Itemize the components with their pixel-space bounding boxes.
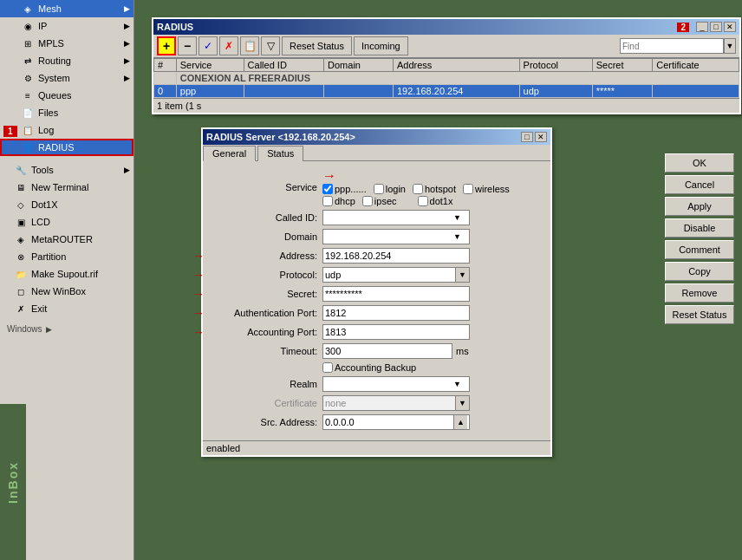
sidebar-item-label: RADIUS — [38, 142, 75, 153]
ppp-checkbox-item[interactable]: ppp...... — [322, 184, 367, 194]
sidebar-item-lcd[interactable]: ▣ LCD — [0, 213, 133, 231]
src-address-up[interactable]: ▲ — [453, 415, 467, 429]
src-address-input[interactable] — [323, 417, 453, 427]
acct-backup-checkbox[interactable] — [322, 362, 333, 373]
ppp-checkbox[interactable] — [322, 184, 333, 194]
dot1x-checkbox[interactable] — [418, 196, 428, 206]
auth-port-input[interactable] — [322, 305, 470, 321]
acct-port-input[interactable] — [322, 324, 470, 340]
sidebar-item-mpls[interactable]: ⊞ MPLS ▶ — [0, 35, 133, 52]
cancel-button-dialog[interactable]: Cancel — [665, 175, 734, 194]
login-checkbox-item[interactable]: login — [374, 184, 406, 194]
protocol-value: udp — [323, 270, 455, 280]
wireless-checkbox[interactable] — [463, 184, 473, 194]
cell-num: 0 — [154, 85, 177, 98]
dhcp-checkbox-item[interactable]: dhcp — [322, 196, 355, 206]
dot1x-icon: ◇ — [14, 198, 28, 212]
disable-button[interactable]: Disable — [665, 218, 734, 238]
tab-general[interactable]: General — [203, 146, 256, 161]
sidebar-item-files[interactable]: 📄 Files — [0, 104, 133, 121]
sidebar-item-tools[interactable]: 🔧 Tools ▶ — [0, 161, 133, 179]
sidebar-item-label: Log — [38, 125, 54, 135]
sidebar-item-metarouter[interactable]: ◈ MetaROUTER — [0, 231, 133, 248]
dot1x-checkbox-item[interactable]: dot1x — [418, 196, 453, 206]
routing-icon: ⇄ — [21, 54, 35, 68]
comment-button[interactable]: Comment — [665, 240, 734, 259]
tab-status[interactable]: Status — [257, 146, 303, 161]
domain-input[interactable] — [323, 231, 453, 242]
login-checkbox[interactable] — [374, 184, 384, 194]
ipsec-checkbox-item[interactable]: ipsec — [362, 196, 397, 206]
timeout-input[interactable] — [322, 343, 452, 359]
minimize-button[interactable]: _ — [696, 22, 708, 32]
copy-button[interactable]: Copy — [665, 262, 734, 281]
check-button[interactable]: ✓ — [199, 36, 218, 55]
sidebar-item-make-supout[interactable]: 📁 Make Supout.rif — [0, 265, 133, 283]
sidebar-item-radius[interactable]: 👤 RADIUS — [0, 139, 133, 156]
hotspot-checkbox-item[interactable]: hotspot — [413, 184, 456, 194]
add-icon: + — [163, 39, 170, 53]
remove-button-dialog[interactable]: Remove — [665, 283, 734, 303]
inner-maximize-button[interactable]: □ — [521, 132, 533, 142]
sidebar-item-exit[interactable]: ✗ Exit — [0, 300, 133, 317]
realm-input[interactable] — [323, 379, 453, 389]
find-input[interactable] — [620, 38, 724, 54]
realm-dropdown[interactable]: ▼ — [453, 380, 461, 388]
col-protocol: Protocol — [519, 59, 592, 72]
secret-input[interactable] — [322, 286, 470, 302]
apply-button[interactable]: Apply — [665, 197, 734, 216]
check-icon: ✓ — [204, 40, 212, 52]
incoming-button[interactable]: Incoming — [354, 36, 408, 55]
called-id-input[interactable] — [323, 212, 453, 223]
ok-button[interactable]: OK — [665, 153, 734, 173]
arrow-icon: ▶ — [124, 22, 130, 30]
dot1x-label: dot1x — [430, 196, 453, 206]
sidebar-item-new-winbox[interactable]: ◻ New WinBox — [0, 283, 133, 300]
queues-icon: ≡ — [21, 88, 35, 102]
radius-toolbar: + − ✓ ✗ 📋 ▽ Reset Status Incoming ▼ — [153, 35, 739, 58]
sidebar-item-log[interactable]: 📋 Log — [0, 121, 133, 139]
called-id-dropdown[interactable]: ▼ — [453, 213, 461, 222]
terminal-icon: 🖥 — [14, 180, 28, 194]
reset-status-button[interactable]: Reset Status — [282, 36, 352, 55]
protocol-dropdown[interactable]: ▼ — [455, 268, 469, 282]
sidebar-item-system[interactable]: ⚙ System ▶ — [0, 69, 133, 87]
sidebar-item-label: Files — [38, 107, 58, 118]
sidebar-item-dot1x[interactable]: ◇ Dot1X — [0, 196, 133, 213]
dhcp-checkbox[interactable] — [322, 196, 333, 206]
maximize-button[interactable]: □ — [710, 22, 722, 32]
table-info: 1 item (1 s — [153, 99, 739, 113]
col-secret: Secret — [592, 59, 653, 72]
wireless-checkbox-item[interactable]: wireless — [463, 184, 510, 194]
acct-backup-checkbox-item[interactable]: Accounting Backup — [322, 362, 416, 373]
radius-titlebar: RADIUS 2 _ □ ✕ — [153, 19, 739, 35]
reset-status-button-dialog[interactable]: Reset Status — [665, 305, 734, 324]
sidebar-item-partition[interactable]: ⊗ Partition — [0, 248, 133, 265]
sidebar-item-ip[interactable]: ◉ IP ▶ — [0, 17, 133, 35]
inbox-label: InBox — [6, 461, 20, 504]
sidebar-item-queues[interactable]: ≡ Queues — [0, 87, 133, 104]
inner-close-button[interactable]: ✕ — [535, 132, 547, 142]
sidebar-item-label: System — [38, 73, 70, 83]
cell-service: ppp — [176, 85, 244, 98]
filter-button[interactable]: ▽ — [261, 36, 280, 55]
ipsec-checkbox[interactable] — [362, 196, 373, 206]
close-button[interactable]: ✕ — [724, 22, 736, 32]
table-row[interactable]: 0 ppp 192.168.20.254 udp ***** — [154, 85, 739, 98]
sidebar-item-mesh[interactable]: ◈ Mesh ▶ — [0, 0, 133, 17]
col-certificate: Certificate — [653, 59, 739, 72]
sidebar-item-new-terminal[interactable]: 🖥 New Terminal — [0, 179, 133, 196]
hotspot-checkbox[interactable] — [413, 184, 423, 194]
certificate-dropdown[interactable]: ▼ — [455, 396, 469, 410]
service-arrow: → — [322, 168, 336, 184]
address-input[interactable] — [322, 248, 470, 264]
add-button[interactable]: + — [157, 36, 176, 55]
remove-button[interactable]: − — [178, 36, 197, 55]
find-dropdown-button[interactable]: ▼ — [724, 38, 736, 54]
cancel-button[interactable]: ✗ — [219, 36, 238, 55]
domain-dropdown[interactable]: ▼ — [453, 232, 461, 241]
sidebar-item-routing[interactable]: ⇄ Routing ▶ — [0, 52, 133, 69]
copy-toolbar-button[interactable]: 📋 — [240, 36, 259, 55]
col-address: Address — [393, 59, 519, 72]
timeout-label: Timeout: — [210, 346, 322, 356]
